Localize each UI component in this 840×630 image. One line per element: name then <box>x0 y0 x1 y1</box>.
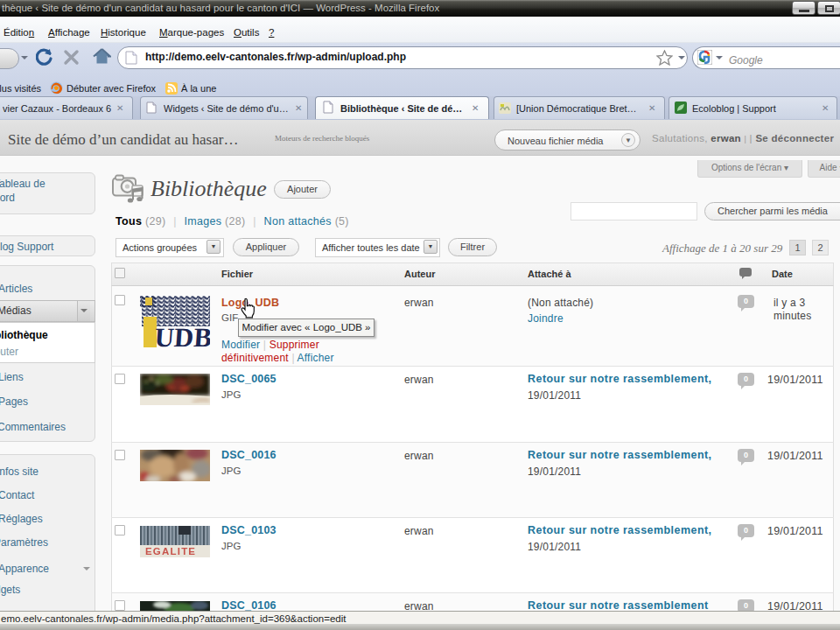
svg-text:UDB: UDB <box>153 322 210 350</box>
svg-text:EGALITE: EGALITE <box>145 546 196 556</box>
